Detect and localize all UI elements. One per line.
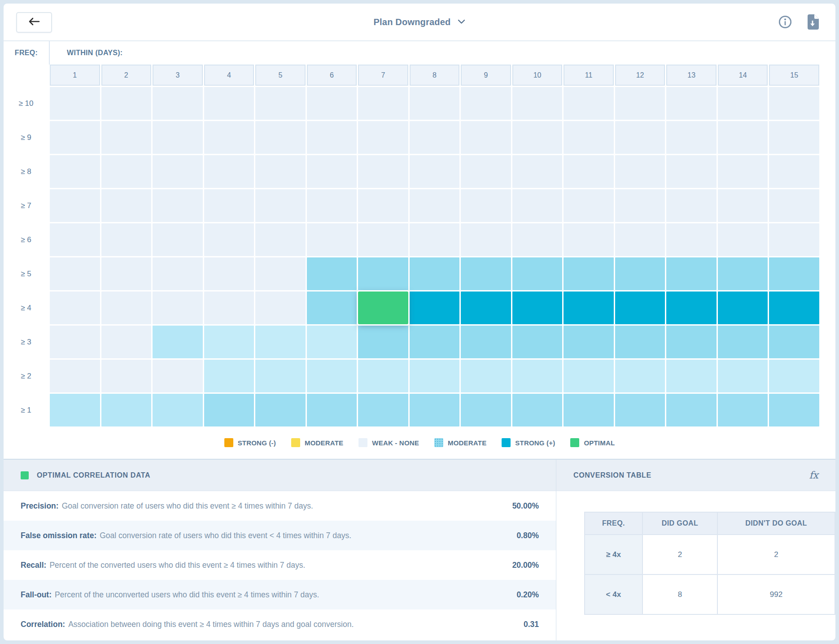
heatmap-cell[interactable] [769,121,819,154]
heatmap-cell[interactable] [769,223,819,256]
heatmap-cell[interactable] [255,223,306,256]
heatmap-cell[interactable] [101,360,152,392]
heatmap-cell[interactable] [615,121,665,154]
heatmap-cell[interactable] [564,121,614,154]
heatmap-cell[interactable] [358,326,408,358]
heatmap-cell[interactable] [204,292,254,324]
heatmap-cell[interactable] [666,326,717,358]
heatmap-cell[interactable] [564,257,614,290]
heatmap-cell[interactable] [666,394,717,426]
heatmap-cell[interactable] [307,360,357,392]
heatmap-cell[interactable] [101,257,152,290]
heatmap-cell[interactable] [101,121,152,154]
heatmap-cell[interactable] [358,87,408,120]
event-selector[interactable]: Plan Downgraded [374,17,466,27]
heatmap-cell[interactable] [358,257,408,290]
info-icon[interactable] [778,15,792,29]
heatmap-cell[interactable] [50,189,100,222]
heatmap-cell[interactable] [153,87,203,120]
heatmap-cell[interactable] [50,326,100,358]
heatmap-cell[interactable] [512,223,563,256]
heatmap-cell[interactable] [615,155,665,188]
heatmap-cell[interactable] [769,326,819,358]
heatmap-cell[interactable] [769,292,819,324]
heatmap-cell[interactable] [410,360,460,392]
heatmap-cell[interactable] [255,121,306,154]
heatmap-cell[interactable] [410,257,460,290]
heatmap-cell[interactable] [666,189,717,222]
heatmap-cell[interactable] [769,87,819,120]
heatmap-cell[interactable] [410,87,460,120]
heatmap-cell[interactable] [461,326,511,358]
heatmap-cell[interactable] [255,87,306,120]
heatmap-cell[interactable] [255,360,306,392]
download-icon[interactable] [806,14,819,30]
heatmap-cell[interactable] [615,189,665,222]
heatmap-cell[interactable] [307,223,357,256]
heatmap-cell[interactable] [512,121,563,154]
heatmap-cell[interactable] [307,121,357,154]
heatmap-cell[interactable] [307,189,357,222]
heatmap-cell[interactable] [461,257,511,290]
heatmap-cell[interactable] [666,360,717,392]
heatmap-cell[interactable] [153,223,203,256]
heatmap-cell[interactable] [358,394,408,426]
heatmap-cell[interactable] [512,326,563,358]
heatmap-cell[interactable] [307,292,357,324]
heatmap-cell[interactable] [358,121,408,154]
heatmap-cell[interactable] [358,360,408,392]
heatmap-cell[interactable] [718,87,768,120]
heatmap-cell[interactable] [461,121,511,154]
heatmap-cell[interactable] [461,394,511,426]
heatmap-cell[interactable] [564,155,614,188]
heatmap-cell[interactable] [718,155,768,188]
heatmap-cell[interactable] [769,394,819,426]
heatmap-cell[interactable] [255,155,306,188]
heatmap-cell[interactable] [666,223,717,256]
heatmap-cell[interactable] [666,121,717,154]
heatmap-cell[interactable] [564,394,614,426]
heatmap-cell[interactable] [153,326,203,358]
heatmap-cell[interactable] [204,87,254,120]
heatmap-cell[interactable] [204,360,254,392]
heatmap-cell[interactable] [153,292,203,324]
heatmap-cell[interactable] [666,292,717,324]
heatmap-cell[interactable] [564,326,614,358]
heatmap-cell[interactable] [615,394,665,426]
heatmap-cell[interactable] [666,257,717,290]
heatmap-cell[interactable] [410,155,460,188]
heatmap-cell[interactable] [461,223,511,256]
heatmap-cell[interactable] [358,189,408,222]
heatmap-cell[interactable] [153,155,203,188]
heatmap-cell[interactable] [461,360,511,392]
heatmap-cell[interactable] [50,155,100,188]
heatmap-cell[interactable] [615,257,665,290]
heatmap-cell[interactable] [512,155,563,188]
heatmap-cell[interactable] [564,360,614,392]
heatmap-cell[interactable] [615,326,665,358]
heatmap-cell[interactable] [564,292,614,324]
heatmap-cell[interactable] [461,189,511,222]
heatmap-cell[interactable] [718,394,768,426]
heatmap-cell[interactable] [50,292,100,324]
heatmap-cell[interactable] [461,155,511,188]
heatmap-cell[interactable] [307,87,357,120]
heatmap-cell[interactable] [564,87,614,120]
heatmap-cell[interactable] [307,326,357,358]
heatmap-cell[interactable] [718,257,768,290]
heatmap-cell[interactable] [666,87,717,120]
heatmap-cell[interactable] [666,155,717,188]
heatmap-cell[interactable] [512,257,563,290]
heatmap-cell[interactable] [512,292,563,324]
heatmap-cell[interactable] [255,394,306,426]
heatmap-cell[interactable] [153,189,203,222]
back-button[interactable] [16,12,52,33]
heatmap-cell[interactable] [718,189,768,222]
heatmap-cell[interactable] [410,292,460,324]
heatmap-cell[interactable] [769,155,819,188]
heatmap-cell[interactable] [461,87,511,120]
heatmap-cell[interactable] [50,87,100,120]
heatmap-cell[interactable] [50,257,100,290]
heatmap-cell[interactable] [615,223,665,256]
heatmap-cell[interactable] [101,189,152,222]
